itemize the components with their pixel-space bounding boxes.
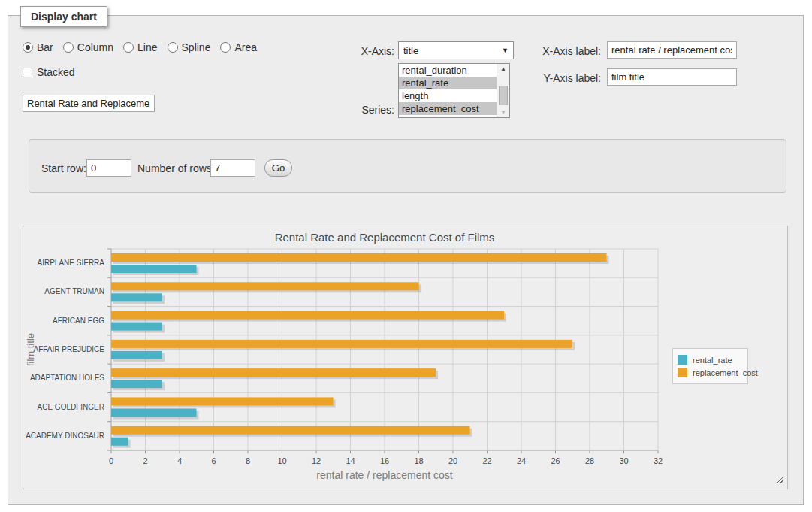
chart-legend: rental_rate replacement_cost — [672, 348, 748, 384]
bar-replacement_cost — [111, 426, 470, 435]
x-tick-label: 20 — [448, 456, 457, 465]
bar-rental_rate — [111, 438, 128, 446]
x-tick-label: 30 — [619, 456, 628, 465]
y-axis-title: film title — [25, 333, 36, 366]
category-label: AFRICAN EGG — [53, 317, 104, 325]
category-label: ADAPTATION HOLES — [30, 374, 104, 382]
x-tick-label: 2 — [143, 456, 147, 465]
radio-area-icon[interactable] — [220, 42, 231, 53]
bar-replacement_cost — [111, 311, 504, 320]
series-option-3[interactable]: replacement_cost — [399, 102, 497, 115]
x-tick-label: 24 — [517, 456, 526, 465]
x-axis-select-label: X-Axis: — [319, 45, 394, 57]
bar-rental_rate — [111, 408, 197, 417]
category-label: AFFAIR PREJUDICE — [34, 345, 105, 353]
category-label: AGENT TRUMAN — [44, 287, 104, 295]
legend-swatch-replacement-cost — [678, 368, 687, 377]
category-label: ACE GOLDFINGER — [38, 403, 104, 411]
x-axis-label-input[interactable] — [607, 41, 737, 59]
bar-rental_rate — [111, 351, 162, 359]
series-listbox[interactable]: rental_duration rental_rate length repla… — [398, 63, 510, 118]
bar-replacement_cost — [111, 397, 334, 405]
chart-title-input[interactable] — [23, 95, 155, 112]
radio-spline-icon[interactable] — [168, 42, 178, 53]
x-axis-label-label: X-Axis label: — [518, 45, 601, 57]
x-tick-label: 6 — [211, 456, 216, 465]
bar-rental_rate — [111, 323, 162, 331]
x-tick-label: 32 — [654, 456, 663, 465]
stacked-label: Stacked — [37, 66, 75, 78]
start-row-label: Start row: — [41, 162, 86, 174]
x-tick-label: 12 — [312, 456, 321, 465]
x-tick-label: 22 — [482, 456, 491, 465]
x-tick-label: 14 — [346, 456, 355, 465]
x-axis-select[interactable]: title ▼ — [398, 41, 514, 59]
category-label: ACADEMY DINOSAUR — [26, 432, 104, 440]
number-of-rows-input[interactable] — [210, 159, 255, 177]
bar-replacement_cost — [111, 368, 436, 377]
radio-bar[interactable]: Bar — [23, 41, 53, 53]
bar-replacement_cost — [111, 340, 572, 348]
stacked-checkbox-row[interactable]: Stacked — [23, 66, 75, 78]
series-option-0[interactable]: rental_duration — [399, 64, 497, 77]
legend-item-replacement-cost: replacement_cost — [678, 367, 743, 378]
chart-panel: 02468101214161820222426283032AIRPLANE SI… — [23, 226, 788, 489]
series-listbox-label: Series: — [319, 104, 394, 116]
chart-title: Rental Rate and Replacement Cost of Film… — [275, 231, 495, 244]
scroll-up-icon[interactable]: ▲ — [497, 65, 509, 72]
y-axis-label-input[interactable] — [607, 68, 737, 86]
legend-swatch-rental-rate — [678, 355, 687, 365]
legend-item-rental-rate: rental_rate — [678, 354, 743, 365]
x-tick-label: 4 — [177, 456, 182, 465]
series-option-2[interactable]: length — [399, 89, 497, 102]
number-of-rows-label: Number of rows: — [137, 162, 215, 174]
resize-grip[interactable] — [777, 477, 783, 483]
go-button[interactable]: Go — [264, 159, 292, 177]
radio-column-icon[interactable] — [63, 42, 74, 53]
scroll-down-icon[interactable]: ▼ — [497, 109, 509, 116]
radio-area[interactable]: Area — [220, 41, 257, 53]
bar-replacement_cost — [111, 282, 418, 290]
radio-spline[interactable]: Spline — [168, 41, 211, 53]
stacked-checkbox[interactable] — [23, 68, 32, 77]
scrollbar-thumb[interactable] — [499, 86, 508, 105]
x-tick-label: 26 — [551, 456, 560, 465]
x-tick-label: 8 — [246, 456, 250, 465]
x-axis-title: rental rate / replacement cost — [316, 469, 452, 481]
x-tick-label: 28 — [585, 456, 594, 465]
bar-rental_rate — [111, 265, 197, 273]
bar-rental_rate — [111, 380, 162, 388]
x-tick-label: 16 — [380, 456, 389, 465]
y-axis-label-label: Y-Axis label: — [518, 72, 601, 84]
radio-column[interactable]: Column — [63, 41, 113, 53]
bar-replacement_cost — [111, 253, 607, 262]
series-option-1[interactable]: rental_rate — [399, 77, 497, 89]
radio-bar-icon[interactable] — [23, 42, 33, 53]
x-axis-select-value: title — [403, 45, 418, 56]
x-tick-label: 0 — [109, 456, 113, 465]
listbox-scrollbar[interactable]: ▲ ▼ — [497, 64, 509, 117]
x-tick-label: 10 — [277, 456, 286, 465]
fieldset-legend-tab: Display chart — [20, 6, 107, 27]
radio-line-icon[interactable] — [123, 42, 134, 53]
chevron-down-icon: ▼ — [502, 47, 509, 54]
x-tick-label: 18 — [414, 456, 423, 465]
bar-rental_rate — [111, 293, 162, 301]
start-row-input[interactable] — [86, 159, 131, 177]
category-label: AIRPLANE SIERRA — [38, 259, 105, 267]
chart-type-radio-group: Bar Column Line Spline Area — [23, 41, 257, 53]
radio-line[interactable]: Line — [123, 41, 157, 53]
